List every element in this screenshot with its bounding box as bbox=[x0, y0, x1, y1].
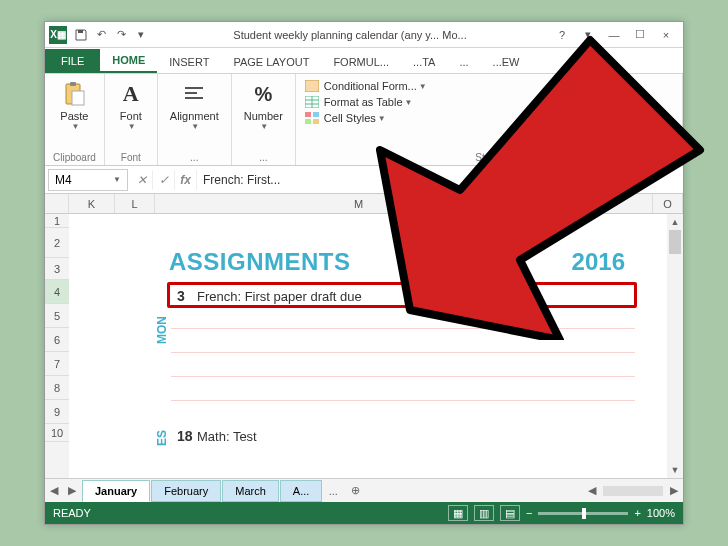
row-header[interactable]: 7 bbox=[45, 352, 69, 376]
svg-rect-3 bbox=[72, 91, 84, 105]
svg-rect-8 bbox=[305, 119, 311, 124]
sheet-tab[interactable]: January bbox=[82, 480, 150, 502]
font-button[interactable]: A Font ▼ bbox=[113, 78, 149, 133]
ribbon: Paste ▼ Clipboard A Font ▼ Font Alignmen… bbox=[45, 74, 683, 166]
undo-icon[interactable]: ↶ bbox=[91, 25, 111, 45]
assignment-entry: Math: Test bbox=[197, 429, 257, 444]
scroll-down-icon[interactable]: ▼ bbox=[667, 462, 683, 478]
enter-icon[interactable]: ✓ bbox=[153, 170, 175, 190]
tab-home[interactable]: HOME bbox=[100, 48, 157, 73]
svg-rect-9 bbox=[313, 119, 319, 124]
col-header[interactable]: L bbox=[115, 194, 155, 213]
new-sheet-button[interactable]: ⊕ bbox=[344, 484, 366, 497]
help-button[interactable]: ? bbox=[549, 25, 575, 45]
name-box[interactable]: M4 ▼ bbox=[48, 169, 128, 191]
zoom-level[interactable]: 100% bbox=[647, 507, 675, 519]
row-header[interactable]: 8 bbox=[45, 376, 69, 400]
row-area: 1 2 3 4 5 6 7 8 9 10 ASSIGNMENTS 2016 MO… bbox=[45, 214, 683, 478]
alignment-label: Alignment bbox=[170, 110, 219, 122]
sheet-tab[interactable]: February bbox=[151, 480, 221, 502]
redo-icon[interactable]: ↷ bbox=[111, 25, 131, 45]
row-header[interactable]: 3 bbox=[45, 258, 69, 280]
scroll-up-icon[interactable]: ▲ bbox=[667, 214, 683, 230]
paste-button[interactable]: Paste ▼ bbox=[53, 78, 96, 133]
conditional-formatting-button[interactable]: Conditional Form... ▼ bbox=[304, 78, 674, 94]
group-styles: Conditional Form... ▼ Format as Table ▼ … bbox=[296, 74, 683, 165]
alignment-icon bbox=[180, 80, 208, 108]
formula-bar: M4 ▼ ✕ ✓ fx French: First... bbox=[45, 166, 683, 194]
tab-overflow[interactable]: ... bbox=[322, 485, 344, 497]
chevron-down-icon: ▼ bbox=[419, 82, 427, 91]
save-icon[interactable] bbox=[71, 25, 91, 45]
view-normal-icon[interactable]: ▦ bbox=[448, 505, 468, 521]
name-box-value: M4 bbox=[55, 173, 72, 187]
cell-styles-button[interactable]: Cell Styles ▼ bbox=[304, 110, 674, 126]
formula-input[interactable]: French: First... bbox=[197, 170, 683, 190]
table-icon bbox=[304, 95, 320, 109]
status-bar: READY ▦ ▥ ▤ − + 100% bbox=[45, 502, 683, 524]
col-header[interactable]: N bbox=[563, 194, 653, 213]
row-header[interactable]: 1 bbox=[45, 214, 69, 228]
tab-file[interactable]: FILE bbox=[45, 49, 100, 73]
excel-window: X▦ ↶ ↷ ▾ Student weekly planning calenda… bbox=[44, 21, 684, 525]
tab-view[interactable]: ...EW bbox=[481, 50, 532, 73]
tab-data[interactable]: ...TA bbox=[401, 50, 447, 73]
view-page-layout-icon[interactable]: ▥ bbox=[474, 505, 494, 521]
alignment-button[interactable]: Alignment ▼ bbox=[166, 78, 223, 133]
zoom-in-button[interactable]: + bbox=[634, 507, 640, 519]
select-all-corner[interactable] bbox=[45, 194, 69, 213]
col-header[interactable]: M bbox=[155, 194, 563, 213]
maximize-button[interactable]: ☐ bbox=[627, 25, 653, 45]
minimize-button[interactable]: — bbox=[601, 25, 627, 45]
zoom-knob[interactable] bbox=[582, 508, 586, 519]
vertical-scrollbar[interactable]: ▲ ▼ bbox=[667, 214, 683, 478]
year-label: 2016 bbox=[572, 248, 625, 276]
row-headers: 1 2 3 4 5 6 7 8 9 10 bbox=[45, 214, 69, 478]
ribbon-tabs: FILE HOME INSERT PAGE LAYOUT FORMUL... .… bbox=[45, 48, 683, 74]
hscroll-right-icon[interactable]: ▶ bbox=[665, 482, 683, 500]
cond-format-icon bbox=[304, 79, 320, 93]
row-header[interactable]: 2 bbox=[45, 228, 69, 258]
row-header[interactable]: 10 bbox=[45, 424, 69, 442]
row-header[interactable]: 6 bbox=[45, 328, 69, 352]
col-header[interactable]: K bbox=[69, 194, 115, 213]
font-label: Font bbox=[120, 110, 142, 122]
paste-label: Paste bbox=[60, 110, 88, 122]
tab-formulas[interactable]: FORMUL... bbox=[321, 50, 401, 73]
tab-insert[interactable]: INSERT bbox=[157, 50, 221, 73]
row-header[interactable]: 5 bbox=[45, 304, 69, 328]
close-button[interactable]: × bbox=[653, 25, 679, 45]
view-page-break-icon[interactable]: ▤ bbox=[500, 505, 520, 521]
hscroll-left-icon[interactable]: ◀ bbox=[583, 482, 601, 500]
group-label-alignment: ... bbox=[166, 152, 223, 163]
tab-nav-prev[interactable]: ◀ bbox=[45, 482, 63, 500]
zoom-out-button[interactable]: − bbox=[526, 507, 532, 519]
zoom-slider[interactable] bbox=[538, 512, 628, 515]
percent-icon: % bbox=[249, 80, 277, 108]
worksheet-grid: K L M N O 1 2 3 4 5 6 7 8 9 10 ASSIGNMEN… bbox=[45, 194, 683, 478]
col-header[interactable]: O bbox=[653, 194, 683, 213]
horizontal-scrollbar[interactable] bbox=[603, 486, 663, 496]
number-button[interactable]: % Number ▼ bbox=[240, 78, 287, 133]
sheet-canvas[interactable]: ASSIGNMENTS 2016 MON 3 French: First pap… bbox=[69, 214, 667, 478]
window-title: Student weekly planning calendar (any y.… bbox=[151, 29, 549, 41]
cancel-icon[interactable]: ✕ bbox=[131, 170, 153, 190]
tab-review[interactable]: ... bbox=[447, 50, 480, 73]
group-label-number: ... bbox=[240, 152, 287, 163]
format-as-table-button[interactable]: Format as Table ▼ bbox=[304, 94, 674, 110]
group-clipboard: Paste ▼ Clipboard bbox=[45, 74, 105, 165]
tab-page-layout[interactable]: PAGE LAYOUT bbox=[221, 50, 321, 73]
scroll-thumb[interactable] bbox=[669, 230, 681, 254]
sheet-tab[interactable]: March bbox=[222, 480, 279, 502]
sheet-tab[interactable]: A... bbox=[280, 480, 323, 502]
selection-highlight bbox=[167, 282, 637, 308]
ribbon-options-button[interactable]: ▾ bbox=[575, 25, 601, 45]
chevron-down-icon: ▼ bbox=[378, 114, 386, 123]
row-header[interactable]: 9 bbox=[45, 400, 69, 424]
qat-customize-icon[interactable]: ▾ bbox=[131, 25, 151, 45]
row-header[interactable]: 4 bbox=[45, 280, 69, 304]
fx-icon[interactable]: fx bbox=[175, 170, 197, 190]
tab-nav-next[interactable]: ▶ bbox=[63, 482, 81, 500]
status-ready: READY bbox=[53, 507, 91, 519]
chevron-down-icon: ▼ bbox=[113, 175, 121, 184]
